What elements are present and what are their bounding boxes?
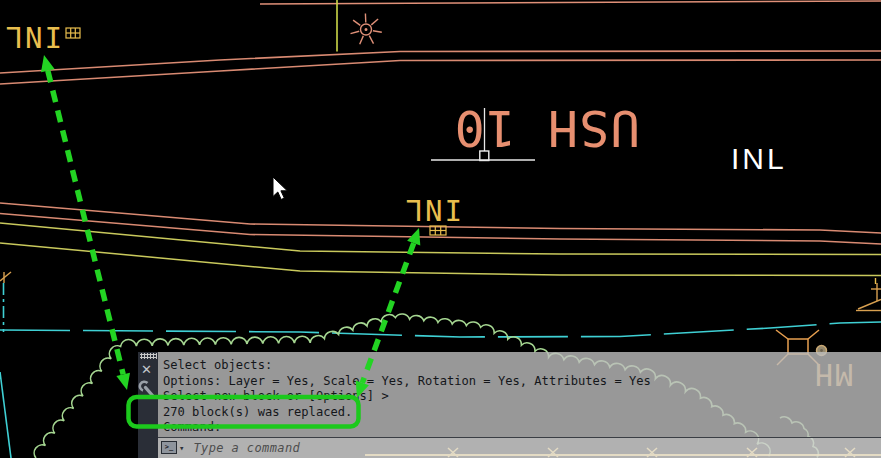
annotation-overlay bbox=[0, 0, 881, 458]
mouse-cursor bbox=[273, 177, 287, 200]
annotation-arrow-middle bbox=[356, 228, 421, 398]
fence-line bbox=[365, 448, 881, 457]
autocad-viewport: INL INL USH 10 INL MH Select objects: Op… bbox=[0, 0, 881, 458]
text-insertion-marker bbox=[431, 108, 535, 161]
highlight-box-replaced-message bbox=[129, 397, 359, 427]
annotation-arrow-left bbox=[41, 55, 130, 390]
